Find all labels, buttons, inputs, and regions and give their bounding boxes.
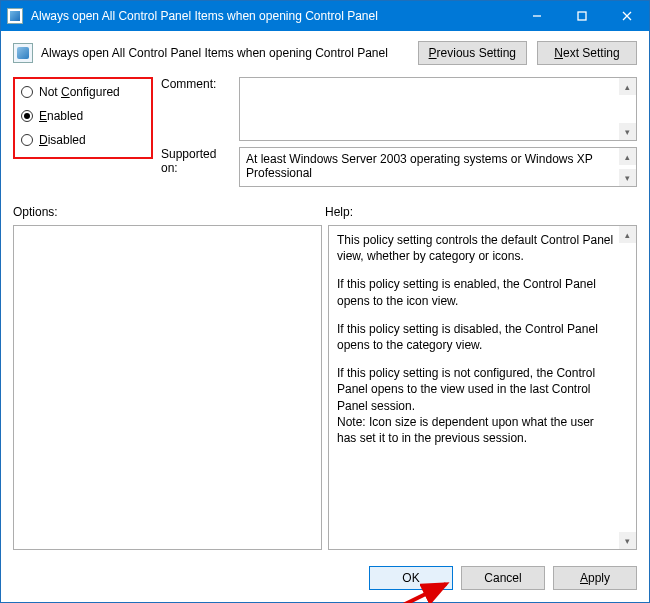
previous-setting-button[interactable]: Previous Setting xyxy=(418,41,527,65)
scroll-down-icon[interactable]: ▾ xyxy=(619,532,636,549)
panels: This policy setting controls the default… xyxy=(13,225,637,550)
minimize-button[interactable] xyxy=(514,1,559,31)
supported-on-box: At least Windows Server 2003 operating s… xyxy=(239,147,637,187)
scroll-down-icon[interactable]: ▾ xyxy=(619,123,636,140)
help-label: Help: xyxy=(325,205,637,219)
header-row: Always open All Control Panel Items when… xyxy=(13,41,637,65)
scrollbar[interactable]: ▴ ▾ xyxy=(619,226,636,549)
radio-icon xyxy=(21,134,33,146)
radio-icon xyxy=(21,86,33,98)
help-p5: Note: Icon size is dependent upon what t… xyxy=(337,414,616,446)
help-p4: If this policy setting is not configured… xyxy=(337,365,616,414)
svg-rect-0 xyxy=(578,12,586,20)
options-panel xyxy=(13,225,322,550)
settings-grid: Not Configured Enabled Disabled Comment:… xyxy=(13,77,637,187)
policy-title: Always open All Control Panel Items when… xyxy=(41,46,410,60)
scroll-up-icon[interactable]: ▴ xyxy=(619,226,636,243)
ok-button[interactable]: OK xyxy=(369,566,453,590)
apply-button[interactable]: Apply xyxy=(553,566,637,590)
scrollbar[interactable]: ▴ ▾ xyxy=(619,148,636,186)
close-icon xyxy=(622,11,632,21)
close-button[interactable] xyxy=(604,1,649,31)
comment-textarea[interactable]: ▴ ▾ xyxy=(239,77,637,141)
radio-icon xyxy=(21,110,33,122)
policy-editor-window: Always open All Control Panel Items when… xyxy=(0,0,650,603)
content-area: Always open All Control Panel Items when… xyxy=(1,31,649,602)
window-title: Always open All Control Panel Items when… xyxy=(31,9,514,23)
scroll-up-icon[interactable]: ▴ xyxy=(619,78,636,95)
help-text: This policy setting controls the default… xyxy=(337,232,616,446)
help-p3: If this policy setting is disabled, the … xyxy=(337,321,616,353)
system-icon xyxy=(7,8,23,24)
prev-label-rest: revious Setting xyxy=(437,46,516,60)
panel-labels: Options: Help: xyxy=(13,205,637,219)
next-label-rest: ext Setting xyxy=(563,46,620,60)
options-label: Options: xyxy=(13,205,325,219)
minimize-icon xyxy=(532,11,542,21)
scrollbar[interactable]: ▴ ▾ xyxy=(619,78,636,140)
maximize-button[interactable] xyxy=(559,1,604,31)
footer-buttons: OK Cancel Apply xyxy=(13,556,637,590)
policy-icon xyxy=(13,43,33,63)
titlebar[interactable]: Always open All Control Panel Items when… xyxy=(1,1,649,31)
window-controls xyxy=(514,1,649,31)
radio-disabled[interactable]: Disabled xyxy=(21,133,143,147)
help-p1: This policy setting controls the default… xyxy=(337,232,616,264)
next-setting-button[interactable]: Next Setting xyxy=(537,41,637,65)
help-panel: This policy setting controls the default… xyxy=(328,225,637,550)
comment-label: Comment: xyxy=(161,77,231,91)
supported-label: Supported on: xyxy=(161,147,231,175)
radio-not-configured[interactable]: Not Configured xyxy=(21,85,143,99)
supported-value: At least Windows Server 2003 operating s… xyxy=(246,152,616,180)
cancel-button[interactable]: Cancel xyxy=(461,566,545,590)
help-p2: If this policy setting is enabled, the C… xyxy=(337,276,616,308)
state-radio-group: Not Configured Enabled Disabled xyxy=(13,77,153,159)
radio-enabled[interactable]: Enabled xyxy=(21,109,143,123)
scroll-up-icon[interactable]: ▴ xyxy=(619,148,636,165)
scroll-down-icon[interactable]: ▾ xyxy=(619,169,636,186)
maximize-icon xyxy=(577,11,587,21)
